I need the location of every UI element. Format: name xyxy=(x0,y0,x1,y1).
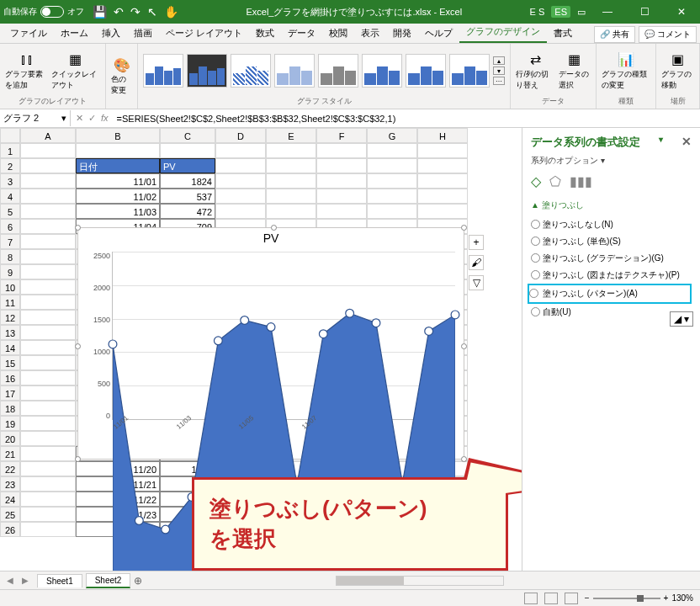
cell[interactable] xyxy=(20,355,76,370)
row-header[interactable]: 15 xyxy=(0,355,20,370)
col-header[interactable]: A xyxy=(20,128,76,143)
cell[interactable] xyxy=(20,234,76,249)
tab-help[interactable]: ヘルプ xyxy=(418,24,459,43)
cell[interactable] xyxy=(160,143,215,158)
fill-line-icon[interactable]: ◇ xyxy=(531,173,541,189)
ribbon-options-icon[interactable]: ▭ xyxy=(577,7,586,18)
series-options-icon[interactable]: ▮▮▮ xyxy=(570,173,592,189)
add-sheet-button[interactable]: ⊕ xyxy=(134,575,142,587)
row-header[interactable]: 4 xyxy=(0,189,20,204)
row-header[interactable]: 23 xyxy=(0,476,20,492)
row-header[interactable]: 14 xyxy=(0,340,20,355)
tab-file[interactable]: ファイル xyxy=(3,24,54,43)
row-header[interactable]: 24 xyxy=(0,492,20,507)
cancel-icon[interactable]: ✕ xyxy=(76,113,83,124)
chevron-down-icon[interactable]: ▾ xyxy=(61,113,66,124)
cell[interactable] xyxy=(20,158,76,173)
cell[interactable] xyxy=(20,476,76,492)
comment-button[interactable]: 💬 コメント xyxy=(639,26,697,43)
close-pane-icon[interactable]: ✕ xyxy=(681,135,692,150)
zoom-slider[interactable] xyxy=(593,598,660,599)
row-header[interactable]: 13 xyxy=(0,325,20,340)
change-chart-type-button[interactable]: 📊グラフの種類の変更 xyxy=(602,51,650,91)
cell[interactable] xyxy=(266,173,316,189)
cell[interactable] xyxy=(20,431,76,446)
row-header[interactable]: 2 xyxy=(0,158,20,173)
cell[interactable]: 472 xyxy=(160,204,215,219)
row-header[interactable]: 22 xyxy=(0,461,20,476)
chart-style-4[interactable] xyxy=(274,54,315,88)
cell[interactable] xyxy=(20,204,76,219)
cell[interactable] xyxy=(367,158,417,173)
cell[interactable] xyxy=(266,158,316,173)
chart-style-2[interactable] xyxy=(187,54,227,88)
row-header[interactable]: 25 xyxy=(0,507,20,522)
col-header[interactable]: G xyxy=(367,128,417,143)
save-icon[interactable]: 💾 xyxy=(93,5,107,19)
col-header[interactable]: F xyxy=(316,128,367,143)
cell[interactable] xyxy=(316,204,367,219)
sheet-tab-2[interactable]: Sheet2 xyxy=(86,573,131,588)
add-chart-element-button[interactable]: ⫿⫿グラフ要素を追加 xyxy=(5,51,48,91)
cell[interactable]: PV xyxy=(160,158,215,173)
view-pagelayout-icon[interactable] xyxy=(544,593,558,604)
fx-icon[interactable]: fx xyxy=(101,113,109,124)
row-header[interactable]: 7 xyxy=(0,234,20,249)
view-pagebreak-icon[interactable] xyxy=(565,593,578,604)
formula-input[interactable]: =SERIES(Sheet2!$C$2,Sheet2!$B$3:$B$32,Sh… xyxy=(114,112,700,125)
cell[interactable] xyxy=(20,401,76,416)
cell[interactable] xyxy=(20,522,76,537)
user-badge[interactable]: ES xyxy=(551,6,570,18)
cell[interactable] xyxy=(316,158,367,173)
cell[interactable] xyxy=(20,279,76,295)
cell[interactable] xyxy=(266,189,316,204)
cell[interactable] xyxy=(20,249,76,264)
tab-chartdesign[interactable]: グラフのデザイン xyxy=(459,22,547,43)
row-header[interactable]: 21 xyxy=(0,446,20,461)
cell[interactable] xyxy=(367,189,417,204)
cell[interactable] xyxy=(367,204,417,219)
cell[interactable] xyxy=(215,204,266,219)
cell[interactable]: 日付 xyxy=(76,158,160,173)
chart-style-more[interactable]: ▴▾⋯ xyxy=(493,56,505,85)
sheet-nav-next[interactable]: ▶ xyxy=(22,576,29,585)
col-header[interactable]: E xyxy=(266,128,316,143)
row-header[interactable]: 11 xyxy=(0,295,20,310)
cell[interactable] xyxy=(20,295,76,310)
cell[interactable] xyxy=(20,446,76,461)
row-header[interactable]: 3 xyxy=(0,173,20,189)
cell[interactable] xyxy=(367,173,417,189)
chart-styles-button[interactable]: 🖌 xyxy=(469,255,484,270)
cell[interactable] xyxy=(316,189,367,204)
cell[interactable] xyxy=(417,204,468,219)
redo-icon[interactable]: ↷ xyxy=(130,5,141,19)
cell[interactable] xyxy=(215,173,266,189)
sheet-tab-1[interactable]: Sheet1 xyxy=(37,574,82,587)
series-options-dropdown[interactable]: 系列のオプション ▾ xyxy=(531,155,692,167)
cell[interactable]: 11/03 xyxy=(76,204,160,219)
tab-insert[interactable]: 挿入 xyxy=(95,24,127,43)
cell[interactable]: 537 xyxy=(160,189,215,204)
cell[interactable] xyxy=(417,143,468,158)
col-header[interactable]: C xyxy=(160,128,215,143)
chart-style-3[interactable] xyxy=(231,54,271,88)
row-header[interactable]: 9 xyxy=(0,264,20,279)
fill-picture-radio[interactable]: 塗りつぶし (図またはテクスチャ)(P) xyxy=(531,267,692,284)
cell[interactable] xyxy=(20,310,76,325)
tab-view[interactable]: 表示 xyxy=(354,24,386,43)
chart-title[interactable]: PV xyxy=(78,228,464,248)
cell[interactable] xyxy=(417,173,468,189)
fill-pattern-radio[interactable]: 塗りつぶし (パターン)(A) xyxy=(528,284,692,304)
cell[interactable] xyxy=(76,143,160,158)
autosave-toggle[interactable]: 自動保存 オフ xyxy=(3,6,84,18)
cell[interactable] xyxy=(20,416,76,431)
cell[interactable] xyxy=(20,264,76,279)
cell[interactable] xyxy=(20,492,76,507)
tab-pagelayout[interactable]: ページ レイアウト xyxy=(159,24,249,43)
maximize-button[interactable]: ☐ xyxy=(629,2,660,22)
zoom-out-button[interactable]: − xyxy=(585,593,590,603)
sheet-nav-prev[interactable]: ◀ xyxy=(7,576,13,585)
cell[interactable] xyxy=(417,158,468,173)
view-normal-icon[interactable] xyxy=(524,593,538,604)
fill-gradient-radio[interactable]: 塗りつぶし (グラデーション)(G) xyxy=(531,250,692,267)
